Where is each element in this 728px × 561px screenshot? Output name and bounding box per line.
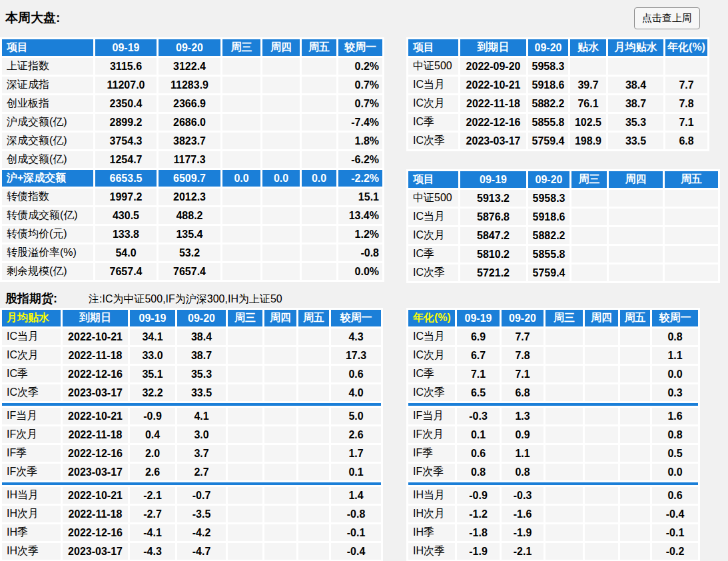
cell: -4.3 (130, 543, 175, 560)
header-row: 项目09-1909-20周三周四周五较周一 (2, 39, 382, 56)
cell (264, 347, 296, 364)
cell: 5958.3 (528, 190, 569, 207)
column-header: 09-19 (130, 310, 175, 326)
header-row: 项目09-1909-20周三周四周五 (408, 171, 718, 188)
cell: 3754.3 (95, 133, 157, 149)
column-header: 周三 (546, 310, 583, 326)
cell: 430.5 (95, 207, 157, 224)
cell: 2022-10-21 (460, 77, 526, 93)
cell: -3.5 (177, 506, 226, 522)
cell (302, 114, 336, 131)
cell (665, 58, 707, 75)
column-header: 较周一 (652, 310, 698, 326)
cell: IF次月 (408, 426, 455, 443)
cell: IC当月 (2, 328, 61, 345)
cell: 13.4% (338, 207, 382, 224)
cell: 35.3 (177, 366, 226, 382)
cell: IC当月 (408, 209, 458, 225)
cell (665, 265, 718, 281)
cell: 2.6 (130, 464, 175, 480)
cell: -1.9 (457, 543, 500, 560)
cell (302, 77, 336, 93)
cell: -0.9 (130, 408, 175, 424)
cell (570, 58, 606, 75)
cell (222, 245, 260, 261)
cell: 2022-12-16 (460, 114, 526, 131)
cell: -0.1 (331, 524, 381, 541)
cell: 133.8 (95, 226, 157, 243)
table-row: IH当月-0.9-0.30.6 (408, 487, 698, 504)
cell (585, 328, 618, 345)
cell (222, 189, 260, 205)
cell: 2022-12-16 (63, 366, 128, 382)
cell (262, 133, 300, 149)
cell: 5918.6 (528, 77, 568, 93)
cell (546, 426, 583, 443)
cell (222, 95, 260, 112)
cell: 2023-03-17 (63, 384, 128, 401)
cell (620, 328, 650, 345)
cell (585, 384, 618, 401)
cell: 4.3 (331, 328, 381, 345)
cell (546, 384, 583, 401)
cell (585, 543, 618, 560)
cell: 创成交额(亿) (2, 151, 93, 168)
column-header: 年化(%) (665, 39, 707, 56)
cell (546, 524, 583, 541)
table-row: IC次月2022-11-185882.276.138.77.8 (408, 95, 707, 112)
cell (262, 226, 300, 243)
group-separator (2, 403, 381, 406)
cell (620, 445, 650, 462)
cell (620, 506, 650, 522)
column-header: 周五 (298, 310, 329, 326)
cell: -2.1 (130, 487, 175, 504)
cell: 2023-03-17 (63, 543, 128, 560)
cell: 中证500 (408, 58, 458, 75)
cell: 7657.4 (159, 263, 220, 280)
cell (546, 543, 583, 560)
cell (620, 408, 650, 424)
cell (262, 95, 300, 112)
cell (222, 207, 260, 224)
cell: 2022-11-18 (63, 426, 128, 443)
table-row: IC当月2022-10-215918.639.738.47.7 (408, 77, 707, 93)
cell (228, 445, 262, 462)
column-header: 年化(%) (408, 310, 455, 326)
cell (264, 366, 296, 382)
cell (585, 464, 618, 480)
cell: 4.1 (177, 408, 226, 424)
cell: 1.7 (331, 445, 381, 462)
column-header: 项目 (408, 171, 458, 188)
cell: 0.8 (502, 464, 544, 480)
cell: IH季 (2, 524, 61, 541)
table-row: 转债成交额(亿)430.5488.213.4% (2, 207, 382, 224)
cell: IC次月 (408, 227, 458, 244)
cell (585, 506, 618, 522)
cell: IC次月 (408, 95, 458, 112)
cell (302, 245, 336, 261)
cell: 转债成交额(亿) (2, 207, 93, 224)
cell (585, 524, 618, 541)
cell: 0.0 (222, 170, 260, 187)
cell (585, 408, 618, 424)
view-last-week-button[interactable]: 点击查上周 (634, 7, 700, 29)
cell: 创业板指 (2, 95, 93, 112)
cell: 7.7 (502, 328, 544, 345)
table-row: IH季-1.8-1.9-0.1 (408, 524, 698, 541)
cell: 4.0 (331, 384, 381, 401)
cell: 2.7 (177, 464, 226, 480)
column-header: 周五 (302, 39, 336, 56)
column-header: 周四 (262, 39, 300, 56)
cell: 2022-09-20 (460, 58, 526, 75)
cell: 54.0 (95, 245, 157, 261)
separator-line (408, 403, 698, 406)
column-header: 周四 (609, 171, 663, 188)
cell: 0.1 (457, 426, 500, 443)
cell (609, 190, 663, 207)
cell (620, 347, 650, 364)
cell (298, 524, 329, 541)
cell: 3122.4 (159, 58, 220, 75)
table-row: IC次季2023-03-1732.233.54.0 (2, 384, 381, 401)
cell: 1.6 (652, 408, 698, 424)
cell: IH次季 (408, 543, 455, 560)
